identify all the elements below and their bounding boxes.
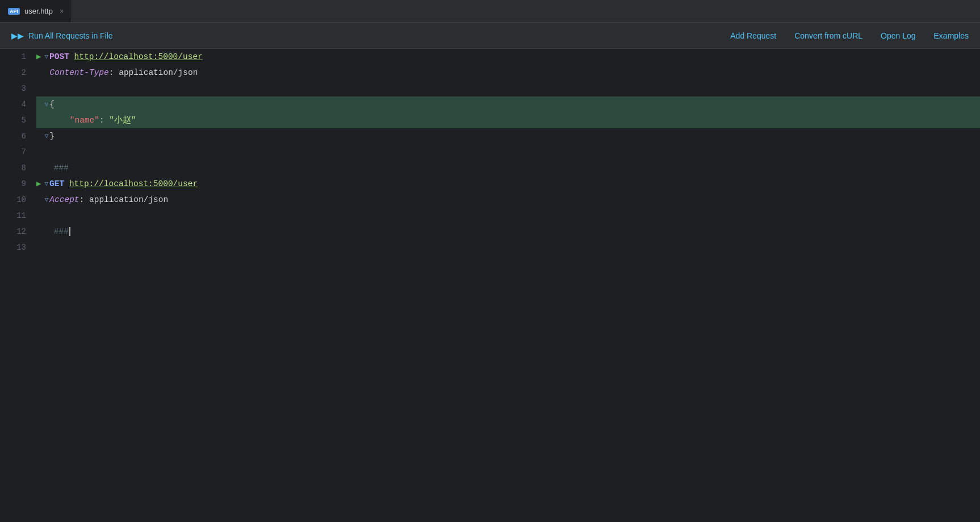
accept-key: Accept xyxy=(49,192,79,208)
toolbar-left: ▶▶ Run All Requests in File xyxy=(11,31,730,40)
code-line-3 xyxy=(36,81,980,96)
toolbar: ▶▶ Run All Requests in File Add Request … xyxy=(0,23,980,49)
brace-open: { xyxy=(49,96,55,112)
code-line-7 xyxy=(36,144,980,160)
editor-area[interactable]: 1 2 3 4 5 6 7 8 9 10 11 12 13 ▶ ▽ POST h… xyxy=(0,49,980,522)
fold-icon-9[interactable]: ▽ xyxy=(44,176,48,192)
method-post: POST xyxy=(49,49,69,65)
separator-1: ### xyxy=(54,160,69,176)
json-key-name: "name" xyxy=(70,112,99,128)
line-numbers: 1 2 3 4 5 6 7 8 9 10 11 12 13 xyxy=(0,49,34,522)
fold-icon-4[interactable]: ▽ xyxy=(45,96,49,112)
code-line-11 xyxy=(36,208,980,224)
run-all-play-icon: ▶▶ xyxy=(11,31,24,40)
convert-curl-button[interactable]: Convert from cURL xyxy=(794,31,862,40)
content-type-key: Content-Type xyxy=(49,65,108,81)
fold-icon-10[interactable]: ▽ xyxy=(45,192,49,208)
get-url: http://localhost:5000/user xyxy=(69,176,198,192)
code-line-1: ▶ ▽ POST http://localhost:5000/user xyxy=(36,49,980,65)
line-num-12: 12 xyxy=(0,224,26,239)
line-num-9: 9 xyxy=(0,176,26,192)
toolbar-right: Add Request Convert from cURL Open Log E… xyxy=(730,31,969,40)
line-num-10: 10 xyxy=(0,192,26,208)
tab-api-icon: API xyxy=(8,8,20,15)
separator-2: ### xyxy=(54,224,69,239)
editor-content[interactable]: ▶ ▽ POST http://localhost:5000/user ▶ ▽ … xyxy=(34,49,980,522)
run-post-button[interactable]: ▶ xyxy=(36,49,41,65)
run-get-button[interactable]: ▶ xyxy=(36,176,41,192)
tab-close-button[interactable]: × xyxy=(60,7,64,15)
open-log-button[interactable]: Open Log xyxy=(881,31,916,40)
text-cursor xyxy=(69,227,70,236)
code-line-13 xyxy=(36,239,980,255)
accept-value: : application/json xyxy=(79,192,169,208)
code-line-6: ▶ ▽ } xyxy=(36,128,980,144)
code-line-9: ▶ ▽ GET http://localhost:5000/user xyxy=(36,176,980,192)
line-num-4: 4 xyxy=(0,96,26,112)
line-num-2: 2 xyxy=(0,65,26,81)
line-num-11: 11 xyxy=(0,208,26,224)
code-line-4: ▶ ▽ { xyxy=(36,96,980,112)
code-line-2: ▶ ▽ Content-Type : application/json xyxy=(36,65,980,81)
method-get: GET xyxy=(49,176,64,192)
add-request-button[interactable]: Add Request xyxy=(730,31,776,40)
fold-icon-2[interactable]: ▽ xyxy=(45,65,49,81)
brace-close: } xyxy=(49,128,55,144)
line-num-8: 8 xyxy=(0,160,26,176)
json-colon: : xyxy=(99,112,109,128)
line-num-1: 1 xyxy=(0,49,26,65)
run-all-label: Run All Requests in File xyxy=(28,31,113,40)
line-num-3: 3 xyxy=(0,81,26,96)
code-line-5: ▶ "name" : "小赵" xyxy=(36,112,980,128)
tab-filename: user.http xyxy=(24,7,53,15)
line-num-5: 5 xyxy=(0,112,26,128)
line-num-13: 13 xyxy=(0,239,26,255)
code-line-10: ▶ ▽ Accept : application/json xyxy=(36,192,980,208)
run-all-button[interactable]: ▶▶ Run All Requests in File xyxy=(11,31,113,40)
line-num-7: 7 xyxy=(0,144,26,160)
fold-icon-6[interactable]: ▽ xyxy=(45,128,49,144)
post-url: http://localhost:5000/user xyxy=(74,49,203,65)
tab-user-http[interactable]: API user.http × xyxy=(0,0,72,22)
tab-bar: API user.http × xyxy=(0,0,980,23)
code-line-12: ▶ ### xyxy=(36,224,980,239)
line-num-6: 6 xyxy=(0,128,26,144)
examples-button[interactable]: Examples xyxy=(934,31,969,40)
json-value-name: "小赵" xyxy=(109,112,136,128)
code-line-8: ▶ ### xyxy=(36,160,980,176)
fold-icon-1[interactable]: ▽ xyxy=(44,49,48,65)
content-type-colon: : application/json xyxy=(109,65,198,81)
